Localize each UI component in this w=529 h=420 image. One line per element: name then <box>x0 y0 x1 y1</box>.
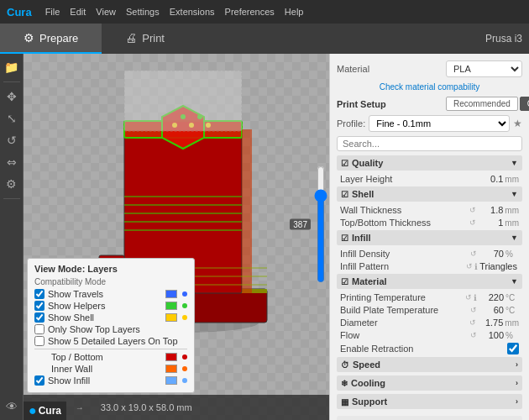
menu-preferences[interactable]: Preferences <box>225 7 275 17</box>
helpers-color <box>165 302 177 310</box>
diameter-reset[interactable]: ↺ <box>469 318 476 327</box>
custom-btn[interactable]: Custom <box>520 97 529 111</box>
menu-file[interactable]: File <box>45 7 60 17</box>
toolbar-separator-2 <box>3 198 20 199</box>
only-top-layers-checkbox[interactable] <box>34 324 45 334</box>
prepare-icon: ⚙ <box>24 31 34 45</box>
enable-retraction-checkbox[interactable] <box>507 343 519 354</box>
tab-print-label: Print <box>142 32 165 45</box>
diameter-label: Diameter <box>340 318 469 328</box>
printing-temp-reset[interactable]: ↺ <box>465 293 472 302</box>
right-panel: Material PLA Check material compability … <box>329 54 529 420</box>
show-infill-checkbox[interactable] <box>34 375 45 386</box>
shell-color <box>165 313 177 322</box>
cooling-arrow-icon: › <box>516 379 518 387</box>
material-select[interactable]: PLA <box>446 60 522 77</box>
flow-reset[interactable]: ↺ <box>470 331 477 339</box>
top-bottom-reset[interactable]: ↺ <box>469 218 476 227</box>
quality-arrow-icon: ▼ <box>511 159 518 167</box>
printing-temp-info-icon[interactable]: ℹ <box>474 293 477 302</box>
menu-view[interactable]: View <box>96 7 116 17</box>
printing-temp-row: Printing Temperature ↺ ℹ 220 °C <box>337 292 522 302</box>
build-plate-temp-unit: °C <box>505 306 519 315</box>
cura-logo-text: Cura <box>39 405 61 417</box>
menu-edit[interactable]: Edit <box>70 7 86 17</box>
tab-print[interactable]: 🖨 Print <box>102 24 188 54</box>
show-travels-checkbox[interactable] <box>34 289 45 299</box>
cura-logo: ● Cura <box>24 402 66 420</box>
build-plate-temp-reset[interactable]: ↺ <box>470 306 477 314</box>
infill-pattern-info-icon[interactable]: ℹ <box>474 262 478 271</box>
top-bottom-thickness-row: Top/Bottom Thickness ↺ 1 mm <box>337 218 522 228</box>
infill-density-reset[interactable]: ↺ <box>470 249 477 258</box>
show-helpers-checkbox[interactable] <box>34 301 45 311</box>
svg-rect-18 <box>242 129 252 293</box>
material-label: Material <box>337 64 446 74</box>
layer-panel: View Mode: Layers Compatibility Mode Sho… <box>27 258 195 393</box>
speed-section-header[interactable]: ⏱ Speed › <box>337 357 522 372</box>
print-setup-row: Print Setup Recommended Custom <box>337 97 522 111</box>
layer-panel-title: View Mode: Layers <box>34 264 187 274</box>
settings-tool-button[interactable]: ⚙ <box>2 174 22 194</box>
printing-temp-value: 220 <box>479 292 504 302</box>
shell-arrow-icon: ▼ <box>511 190 518 198</box>
shell-section-header[interactable]: ☑ Shell ▼ <box>337 186 522 202</box>
flow-value: 100 <box>479 330 504 340</box>
quality-section-header[interactable]: ☑ Quality ▼ <box>337 155 522 171</box>
travels-color <box>165 290 177 298</box>
shell-checkbox-icon: ☑ <box>341 190 348 199</box>
show-shell-checkbox[interactable] <box>34 312 45 323</box>
toolbar-separator-1 <box>3 81 20 82</box>
profile-row: Profile: Fine - 0.1mm ★ <box>337 115 522 132</box>
wall-thickness-row: Wall Thickness ↺ 1.8 mm <box>337 205 522 215</box>
infill-dot <box>182 378 187 383</box>
layer-value-display: 387 <box>290 219 311 230</box>
cooling-section-header[interactable]: ❄ Cooling › <box>337 375 522 391</box>
recommended-btn[interactable]: Recommended <box>446 97 518 111</box>
material-compat-link[interactable]: Check material compability <box>337 82 522 92</box>
flow-label: Flow <box>340 330 470 340</box>
open-file-button[interactable]: 📁 <box>2 57 22 77</box>
flow-row: Flow ↺ 100 % <box>337 330 522 340</box>
speed-arrow-icon: › <box>516 360 518 369</box>
cooling-label: Cooling <box>351 378 385 388</box>
star-button[interactable]: ★ <box>513 118 522 129</box>
build-plate-temp-label: Build Plate Temperature <box>340 305 470 315</box>
material-section-header[interactable]: ☑ Material ▼ <box>337 274 522 289</box>
material-row: Material PLA <box>337 60 522 77</box>
rotate-tool-button[interactable]: ↺ <box>2 130 22 150</box>
layer-height-label: Layer Height <box>340 174 478 184</box>
view-mode-button[interactable]: 👁 <box>2 396 22 417</box>
print-setup-label: Print Setup <box>337 99 446 109</box>
shell-dot <box>182 315 187 320</box>
menu-extensions[interactable]: Extensions <box>170 7 215 17</box>
layer-slider[interactable] <box>315 165 327 283</box>
build-plate-temp-row: Build Plate Temperature ↺ 60 °C <box>337 305 522 315</box>
wall-thickness-reset[interactable]: ↺ <box>469 206 476 214</box>
quality-checkbox-icon: ☑ <box>341 159 348 168</box>
material-section-label: Material <box>352 276 387 286</box>
infill-section-header[interactable]: ☑ Infill ▼ <box>337 230 522 245</box>
infill-pattern-label: Infill Pattern <box>340 261 466 271</box>
compatibility-mode-label: Compatibility Mode <box>34 277 187 286</box>
show-detailed-checkbox[interactable] <box>34 336 45 346</box>
scale-tool-button[interactable]: ⤡ <box>2 108 22 129</box>
tab-bar: ⚙ Prepare 🖨 Print Prusa i3 <box>0 24 529 54</box>
menu-settings[interactable]: Settings <box>126 7 160 17</box>
menu-help[interactable]: Help <box>285 7 304 17</box>
top-bottom-thickness-label: Top/Bottom Thickness <box>340 218 469 228</box>
profile-select[interactable]: Fine - 0.1mm <box>369 115 510 132</box>
infill-arrow-icon: ▼ <box>511 234 518 242</box>
ready-section: Ready to Save to File 02h 19min Print ti… <box>337 416 522 420</box>
top-bottom-color <box>165 353 177 361</box>
tab-prepare[interactable]: ⚙ Prepare <box>0 24 102 54</box>
infill-pattern-reset[interactable]: ↺ <box>466 262 473 270</box>
mirror-tool-button[interactable]: ⇔ <box>2 152 22 172</box>
move-tool-button[interactable]: ✥ <box>2 87 22 107</box>
support-section-header[interactable]: ▦ Support › <box>337 394 522 409</box>
infill-label: Infill <box>352 233 371 243</box>
print-icon: 🖨 <box>125 31 137 45</box>
viewport[interactable]: View Mode: Layers Compatibility Mode Sho… <box>24 54 329 420</box>
flow-unit: % <box>505 331 519 340</box>
settings-search[interactable] <box>337 136 522 151</box>
